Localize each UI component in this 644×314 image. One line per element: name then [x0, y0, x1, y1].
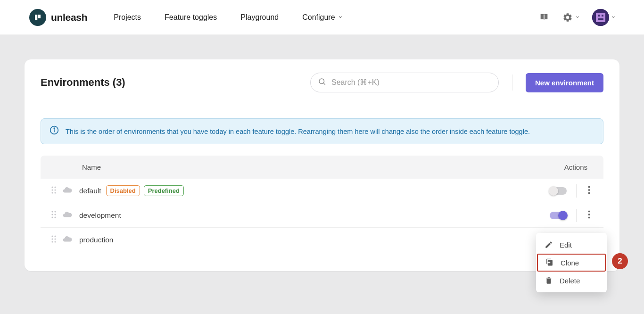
svg-point-12: [51, 186, 53, 188]
menu-item-label: Delete: [560, 277, 580, 285]
banner-text: This is the order of environments that y…: [66, 127, 530, 136]
svg-point-18: [588, 186, 590, 188]
svg-point-31: [54, 235, 56, 237]
panel-header: Environments (3) New environment: [25, 59, 619, 104]
info-banner: This is the order of environments that y…: [41, 118, 603, 144]
table-row: development: [41, 203, 603, 228]
drag-handle-icon[interactable]: [49, 208, 58, 223]
more-actions-button[interactable]: [586, 208, 592, 223]
pencil-icon: [545, 240, 553, 249]
svg-point-35: [54, 241, 56, 242]
svg-rect-4: [598, 15, 600, 17]
cloud-icon: [62, 209, 73, 222]
divider: [576, 209, 577, 222]
cloud-icon: [62, 234, 73, 246]
col-name: Name: [82, 163, 101, 171]
context-menu: Edit Clone Delete: [536, 233, 607, 292]
row-actions: [550, 184, 592, 198]
svg-line-8: [323, 83, 325, 84]
svg-point-29: [588, 216, 590, 218]
nav-feature-toggles[interactable]: Feature toggles: [165, 13, 217, 22]
top-navbar: unleash Projects Feature toggles Playgro…: [0, 0, 644, 35]
svg-rect-1: [38, 15, 41, 18]
new-environment-button[interactable]: New environment: [526, 73, 603, 92]
svg-point-32: [51, 238, 53, 240]
svg-point-15: [54, 189, 56, 190]
svg-rect-3: [596, 13, 605, 22]
svg-point-24: [54, 214, 56, 215]
svg-point-13: [54, 186, 56, 188]
table-header: Name Actions: [41, 156, 603, 179]
env-name: default: [79, 187, 101, 195]
table-row: production: [41, 228, 603, 252]
svg-point-25: [51, 216, 53, 218]
status-badge-disabled: Disabled: [106, 185, 140, 196]
annotation-step-marker: 2: [612, 253, 628, 269]
trash-icon: [545, 276, 553, 285]
svg-point-20: [588, 192, 590, 194]
svg-point-19: [588, 189, 590, 191]
enable-toggle[interactable]: [550, 187, 567, 195]
env-name: production: [79, 236, 113, 244]
svg-point-16: [51, 192, 53, 193]
primary-nav: Projects Feature toggles Playground Conf…: [114, 13, 342, 22]
page-title: Environments (3): [41, 76, 125, 89]
drag-handle-icon[interactable]: [49, 233, 58, 247]
svg-point-7: [319, 79, 324, 84]
menu-item-delete[interactable]: Delete: [536, 272, 607, 289]
environments-panel: Environments (3) New environment This is…: [25, 59, 619, 271]
settings-menu[interactable]: [562, 12, 580, 23]
svg-point-26: [54, 216, 56, 218]
enable-toggle[interactable]: [550, 212, 567, 219]
svg-point-28: [588, 214, 590, 215]
brand-name: unleash: [51, 12, 87, 23]
info-icon: [50, 125, 59, 137]
gear-icon: [562, 12, 573, 23]
environments-table: Name Actions default Disabled Predefined: [41, 156, 603, 252]
svg-point-23: [51, 214, 53, 215]
logo-mark-icon: [29, 9, 46, 26]
brand-logo[interactable]: unleash: [29, 9, 87, 26]
user-menu[interactable]: [592, 9, 616, 26]
menu-item-clone[interactable]: Clone: [537, 254, 606, 272]
col-actions: Actions: [564, 163, 592, 171]
nav-playground[interactable]: Playground: [240, 13, 279, 22]
svg-point-34: [51, 241, 53, 242]
svg-point-14: [51, 189, 53, 190]
env-name: development: [79, 211, 121, 220]
menu-item-label: Clone: [561, 259, 579, 267]
svg-point-22: [54, 211, 56, 212]
nav-configure[interactable]: Configure: [302, 13, 342, 22]
status-badge-predefined: Predefined: [144, 185, 184, 196]
chevron-down-icon: [575, 15, 580, 20]
chevron-down-icon: [338, 15, 343, 20]
svg-rect-0: [35, 15, 37, 20]
svg-point-30: [51, 235, 53, 237]
svg-rect-5: [602, 15, 603, 17]
docs-icon[interactable]: [538, 12, 550, 23]
clone-icon: [545, 258, 554, 267]
search-icon: [318, 77, 326, 88]
divider: [512, 74, 512, 91]
menu-item-label: Edit: [560, 241, 572, 249]
svg-point-33: [54, 238, 56, 240]
svg-point-11: [54, 128, 55, 129]
drag-handle-icon[interactable]: [49, 184, 58, 198]
search-input[interactable]: [310, 73, 499, 92]
svg-point-17: [54, 192, 56, 193]
divider: [576, 184, 577, 198]
nav-configure-label: Configure: [302, 13, 335, 22]
chevron-down-icon: [611, 15, 616, 20]
cloud-icon: [62, 185, 73, 197]
search-container: [310, 73, 499, 92]
svg-point-27: [588, 210, 590, 212]
svg-rect-6: [598, 18, 603, 20]
more-actions-button[interactable]: [586, 184, 592, 198]
avatar: [592, 9, 609, 26]
menu-item-edit[interactable]: Edit: [536, 236, 607, 254]
table-row: default Disabled Predefined: [41, 179, 603, 203]
row-actions: [550, 208, 592, 223]
svg-point-21: [51, 211, 53, 212]
nav-projects[interactable]: Projects: [114, 13, 141, 22]
topbar-actions: [538, 9, 616, 26]
